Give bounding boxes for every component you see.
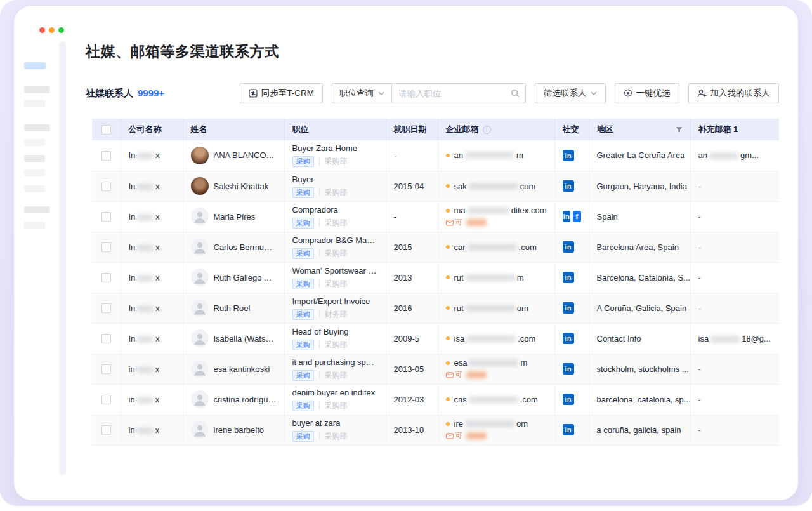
sidebar-item[interactable] — [24, 185, 45, 192]
search-icon[interactable] — [511, 89, 520, 98]
column-name: 姓名 — [183, 119, 284, 140]
facebook-icon[interactable]: f — [573, 211, 581, 222]
contacts-table: 公司名称 姓名 职位 就职日期 企业邮箱 社交 地区 — [92, 119, 779, 446]
sidebar-item[interactable] — [24, 206, 50, 213]
company-name-visible-prefix: in — [129, 425, 135, 435]
sidebar-item[interactable] — [24, 139, 45, 146]
reachable-tag: 可 — [446, 431, 547, 441]
region: Barcelona Area, Spain — [597, 242, 679, 252]
one-click-optimize-label: 一键优选 — [636, 88, 671, 99]
one-click-optimize-button[interactable]: 一键优选 — [615, 83, 679, 103]
region: stockholm, stockholms ... — [597, 364, 689, 374]
position-title: Buyer — [292, 175, 378, 185]
corporate-email-label: 企业邮箱 — [446, 124, 479, 135]
row-checkbox[interactable] — [102, 273, 111, 282]
sidebar-item[interactable] — [24, 100, 45, 107]
company-name-visible-suffix: x — [155, 425, 160, 435]
purchase-tag: 采购 — [292, 340, 314, 350]
row-select-cell — [92, 354, 121, 384]
contact-name: irene barbeito — [214, 425, 265, 435]
row-checkbox[interactable] — [102, 242, 111, 252]
email-cell: maditex.com可 — [438, 201, 554, 232]
position-query-dropdown[interactable]: 职位查询 — [332, 83, 392, 103]
start-date: 2009-5 — [394, 334, 419, 343]
department-label: 采购部 — [325, 218, 348, 229]
envelope-icon — [446, 220, 454, 226]
table-row: InxANA BLANCO REYBuyer Zara Home采购采购部-an… — [92, 140, 779, 171]
company-name-visible-prefix: In — [129, 182, 136, 191]
email-redacted — [466, 305, 515, 312]
linkedin-icon[interactable]: in — [563, 394, 574, 405]
linkedin-icon[interactable]: in — [563, 211, 571, 222]
position-title: Import/Export Invoice — [292, 296, 378, 307]
company-name-visible-prefix: In — [129, 150, 136, 160]
email-visible-prefix: ire — [454, 419, 463, 428]
avatar — [191, 147, 209, 164]
table-row: InxRuth RoelImport/Export Invoice采购财务部20… — [92, 293, 779, 323]
social-cell: in — [554, 171, 589, 201]
position-tags: 采购采购部 — [292, 370, 378, 381]
contact-name: Sakshi Khattak — [214, 182, 269, 191]
region-label: 地区 — [597, 124, 613, 135]
filter-funnel-icon[interactable] — [676, 126, 683, 133]
purchase-tag: 采购 — [292, 431, 314, 442]
alt-email-empty: - — [698, 182, 701, 191]
position-title: Buyer Zara Home — [292, 143, 378, 154]
contact-person: ANA BLANCO REY — [191, 147, 277, 164]
sidebar-item-active[interactable] — [24, 62, 46, 69]
sidebar-item[interactable] — [24, 155, 45, 162]
email-visible-suffix: om — [516, 419, 528, 428]
maximize-window-icon[interactable] — [58, 27, 64, 33]
social-cell: in — [554, 293, 589, 323]
alt-email-cell: - — [690, 384, 779, 415]
position-input[interactable] — [398, 89, 511, 98]
linkedin-icon[interactable]: in — [563, 150, 574, 161]
region: A Coruña, Galicia, Spain — [597, 303, 687, 313]
filter-contacts-dropdown[interactable]: 筛选联系人 — [535, 83, 606, 103]
avatar — [191, 269, 209, 286]
social-links: in — [563, 272, 581, 283]
position-search-group: 职位查询 — [332, 83, 526, 103]
sync-crm-button[interactable]: 同步至T-CRM — [240, 83, 323, 103]
purchase-tag: 采购 — [292, 156, 314, 167]
sidebar-item[interactable] — [24, 222, 45, 229]
region-cell: Gurgaon, Haryana, India — [589, 171, 690, 201]
sidebar-item[interactable] — [24, 124, 50, 131]
column-region: 地区 — [589, 119, 690, 140]
add-my-contacts-button[interactable]: 加入我的联系人 — [688, 83, 780, 103]
social-cell: in — [554, 415, 589, 445]
minimize-window-icon[interactable] — [49, 27, 55, 33]
sidebar-item[interactable] — [24, 86, 50, 93]
linkedin-icon[interactable]: in — [563, 333, 574, 344]
company-name-visible-suffix: x — [155, 242, 160, 252]
linkedin-icon[interactable]: in — [563, 180, 574, 192]
region: a coruña, galicia, spain — [597, 425, 681, 435]
purchase-tag: 采购 — [292, 218, 314, 229]
row-checkbox[interactable] — [102, 151, 111, 161]
linkedin-icon[interactable]: in — [563, 424, 574, 435]
linkedin-icon[interactable]: in — [563, 272, 574, 283]
company-name-visible-suffix: x — [155, 273, 160, 282]
row-checkbox[interactable] — [102, 334, 111, 343]
position-search-box[interactable] — [392, 83, 526, 103]
info-icon[interactable] — [483, 126, 491, 134]
start-date-cell: 2013 — [386, 262, 438, 293]
region: Greater La Coruña Area — [597, 150, 685, 160]
linkedin-icon[interactable]: in — [563, 302, 574, 314]
reachable-redacted — [466, 219, 487, 226]
email-status-dot — [446, 184, 450, 188]
linkedin-icon[interactable]: in — [563, 241, 574, 253]
close-window-icon[interactable] — [39, 27, 45, 33]
email-cell: cris.com — [438, 384, 554, 415]
row-checkbox[interactable] — [102, 364, 111, 374]
company-name-visible-suffix: x — [155, 212, 160, 222]
row-checkbox[interactable] — [102, 395, 111, 404]
row-checkbox[interactable] — [102, 182, 111, 191]
position-query-label: 职位查询 — [339, 88, 374, 99]
row-checkbox[interactable] — [102, 212, 111, 222]
row-checkbox[interactable] — [102, 425, 111, 435]
select-all-checkbox[interactable] — [102, 125, 111, 135]
linkedin-icon[interactable]: in — [563, 363, 574, 375]
sidebar-item[interactable] — [24, 169, 45, 176]
row-checkbox[interactable] — [102, 303, 111, 313]
